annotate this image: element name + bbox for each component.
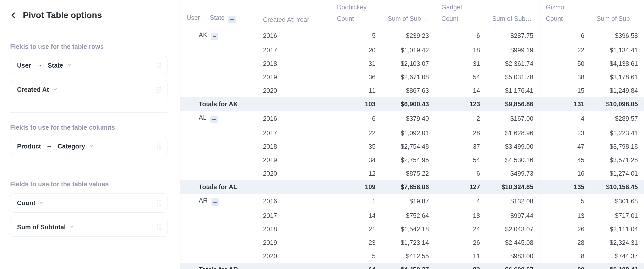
table-row: 201831$2,103.0731$2,361.7450$4,138.61 <box>180 57 644 70</box>
chevron-down-icon <box>89 143 94 150</box>
value-cell: $132.08 <box>486 194 540 209</box>
category-header[interactable]: Gizmo <box>540 0 644 13</box>
col-field-0[interactable]: Product→Category <box>10 137 167 156</box>
chevron-down-icon <box>39 199 44 207</box>
value-cell: $396.58 <box>590 28 644 43</box>
row-dim-header[interactable]: Created At: Year <box>257 13 331 28</box>
total-cell: 64 <box>331 263 381 269</box>
value-cell: $2,671.08 <box>382 70 435 84</box>
year-cell: 2017 <box>257 43 331 57</box>
collapse-all-button[interactable] <box>228 16 236 23</box>
total-cell: 80 <box>540 263 590 269</box>
value-cell: 37 <box>435 140 486 153</box>
total-cell: $10,098.05 <box>590 97 644 111</box>
year-cell: 2016 <box>257 28 331 43</box>
value-cell: 28 <box>540 236 590 249</box>
category-header[interactable]: Gadget <box>435 0 540 13</box>
collapse-group-button[interactable] <box>211 198 219 206</box>
total-cell: $7,856.06 <box>382 180 435 194</box>
value-cell: 45 <box>540 153 590 167</box>
value-cell: $875.22 <box>382 167 435 180</box>
value-cell: $1,249.84 <box>590 84 644 97</box>
pivot-table: DoohickeyGadgetGizmo User → StateCreated… <box>180 0 644 269</box>
chevron-down-icon <box>69 223 74 231</box>
measure-header[interactable]: Sum of Subto… <box>486 13 540 28</box>
value-cell: $3,571.28 <box>590 153 644 167</box>
value-cell: 12 <box>331 167 381 180</box>
total-cell: 127 <box>435 180 486 194</box>
value-cell: 28 <box>435 126 486 140</box>
value-cell: $752.64 <box>382 209 435 222</box>
table-row: AL20166$379.402$167.004$289.57 <box>180 111 644 126</box>
measure-header[interactable]: Sum of Subto… <box>382 13 435 28</box>
row-field-1[interactable]: Created At <box>10 80 167 99</box>
value-cell: 26 <box>435 236 486 249</box>
divider <box>10 112 167 113</box>
collapse-group-button[interactable] <box>211 33 218 40</box>
drag-handle-icon[interactable] <box>157 200 161 206</box>
total-label: Totals for AK <box>180 97 257 111</box>
value-cell: $287.75 <box>486 28 540 43</box>
state-cell: AR <box>180 194 257 209</box>
value-cell: 50 <box>540 57 590 70</box>
drag-handle-icon[interactable] <box>157 143 161 149</box>
value-cell: $1,134.41 <box>590 43 644 57</box>
row-dim-header[interactable]: User → State <box>180 13 257 28</box>
value-cell: $1,542.18 <box>382 222 435 236</box>
value-cell: 54 <box>435 153 486 167</box>
val-field-1[interactable]: Sum of Subtotal <box>10 218 167 237</box>
total-cell: 123 <box>435 97 486 111</box>
value-cell: $1,019.42 <box>382 43 435 57</box>
table-row: 20205$412.5511$983.008$744.37 <box>180 249 644 263</box>
table-row: 201720$1,019.4218$999.1922$1,134.41 <box>180 43 644 57</box>
year-cell: 2018 <box>257 57 331 70</box>
value-cell: $19.87 <box>382 194 435 209</box>
val-field-0[interactable]: Count <box>10 193 167 213</box>
value-cell: 15 <box>540 84 590 97</box>
drag-handle-icon[interactable] <box>157 224 161 230</box>
row-field-0[interactable]: User→State <box>10 56 167 75</box>
total-label: Totals for AR <box>180 263 257 269</box>
back-button[interactable] <box>10 12 17 19</box>
table-row: 201835$2,754.4837$3,499.0047$3,798.18 <box>180 140 644 153</box>
total-cell: 83 <box>435 263 486 269</box>
value-cell: $3,499.00 <box>486 140 540 153</box>
measure-header[interactable]: Count <box>331 13 381 28</box>
value-cell: $2,445.08 <box>486 236 540 249</box>
total-cell: $6,900.43 <box>382 97 435 111</box>
value-cell: 5 <box>331 249 381 263</box>
collapse-group-button[interactable] <box>210 116 218 123</box>
year-cell: 2018 <box>257 140 331 153</box>
total-cell: $6,600.67 <box>486 263 540 269</box>
measure-header[interactable]: Count <box>540 13 590 28</box>
measure-header[interactable]: Sum of Subto… <box>590 13 644 28</box>
value-cell: $2,361.74 <box>486 57 540 70</box>
drag-handle-icon[interactable] <box>157 87 161 93</box>
value-cell: $983.00 <box>486 249 540 263</box>
value-cell: 11 <box>331 84 381 97</box>
total-cell: 135 <box>540 180 590 194</box>
total-cell: $10,324.85 <box>486 180 540 194</box>
total-label: Totals for AL <box>180 180 257 194</box>
value-cell: 4 <box>435 194 486 209</box>
year-cell: 2020 <box>257 84 331 97</box>
year-cell: 2018 <box>257 222 331 236</box>
value-cell: 11 <box>435 249 486 263</box>
value-cell: 22 <box>540 43 590 57</box>
drag-handle-icon[interactable] <box>157 63 161 68</box>
year-cell: 2016 <box>257 111 331 126</box>
value-cell: 34 <box>331 153 381 167</box>
year-cell: 2017 <box>257 126 331 140</box>
value-cell: $867.63 <box>382 84 435 97</box>
table-row: AK20165$239.236$287.756$396.58 <box>180 28 644 43</box>
measure-header[interactable]: Count <box>435 13 486 28</box>
value-cell: $1,723.14 <box>382 236 435 249</box>
value-cell: $289.57 <box>590 111 644 126</box>
divider <box>10 169 167 169</box>
values-field-group: Fields to use for the table values Count… <box>10 181 167 237</box>
value-cell: 38 <box>540 70 590 84</box>
value-cell: $2,754.48 <box>382 140 435 153</box>
value-cell: 6 <box>435 167 486 180</box>
pivot-options-sidebar: Pivot Table options Fields to use for th… <box>0 0 180 269</box>
category-header[interactable]: Doohickey <box>331 0 435 13</box>
